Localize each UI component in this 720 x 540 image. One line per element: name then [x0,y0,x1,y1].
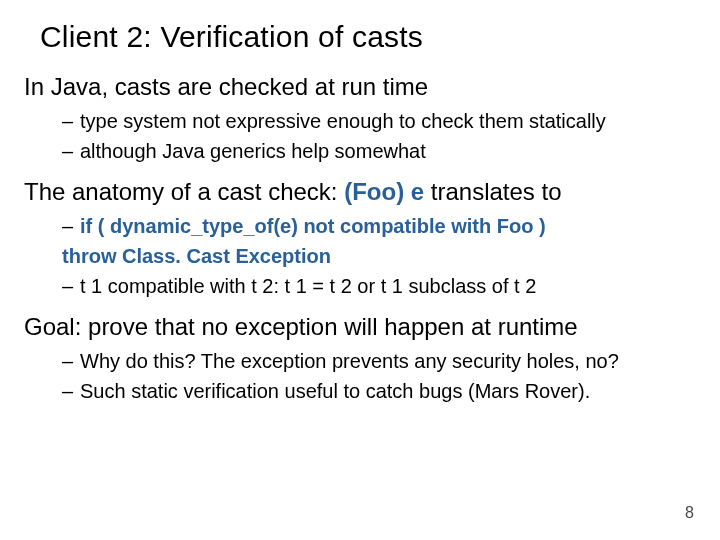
point2-prefix: The anatomy of a cast check: [24,178,344,205]
page-number: 8 [685,504,694,522]
dash-icon: – [62,348,80,375]
sub-list-2: – if ( dynamic_type_of(e) not compatible… [24,213,696,300]
list-item: throw Class. Cast Exception [62,243,696,270]
slide-title: Client 2: Verification of casts [40,20,696,54]
list-item: – type system not expressive enough to c… [62,108,696,135]
list-item: – although Java generics help somewhat [62,138,696,165]
dash-icon: – [62,273,80,300]
point2-code: (Foo) e [344,178,424,205]
dash-icon: – [62,378,80,405]
sub-item-text: type system not expressive enough to che… [80,108,696,135]
sub-item-compat: t 1 compatible with t 2: t 1 = t 2 or t … [80,273,696,300]
sub-item-text: although Java generics help somewhat [80,138,696,165]
sub-list-1: – type system not expressive enough to c… [24,108,696,165]
body-point-3: Goal: prove that no exception will happe… [24,312,696,342]
body-point-2: The anatomy of a cast check: (Foo) e tra… [24,177,696,207]
sub-item-throw: throw Class. Cast Exception [62,243,696,270]
body-point-1: In Java, casts are checked at run time [24,72,696,102]
list-item: – Such static verification useful to cat… [62,378,696,405]
list-item: – if ( dynamic_type_of(e) not compatible… [62,213,696,240]
dash-icon: – [62,108,80,135]
sub-item-text: Such static verification useful to catch… [80,378,696,405]
point2-suffix: translates to [424,178,561,205]
dash-icon: – [62,213,80,240]
list-item: – Why do this? The exception prevents an… [62,348,696,375]
sub-item-if: if ( dynamic_type_of(e) not compatible w… [80,213,696,240]
list-item: – t 1 compatible with t 2: t 1 = t 2 or … [62,273,696,300]
dash-icon: – [62,138,80,165]
sub-item-text: Why do this? The exception prevents any … [80,348,696,375]
slide: Client 2: Verification of casts In Java,… [0,0,720,540]
sub-list-3: – Why do this? The exception prevents an… [24,348,696,405]
